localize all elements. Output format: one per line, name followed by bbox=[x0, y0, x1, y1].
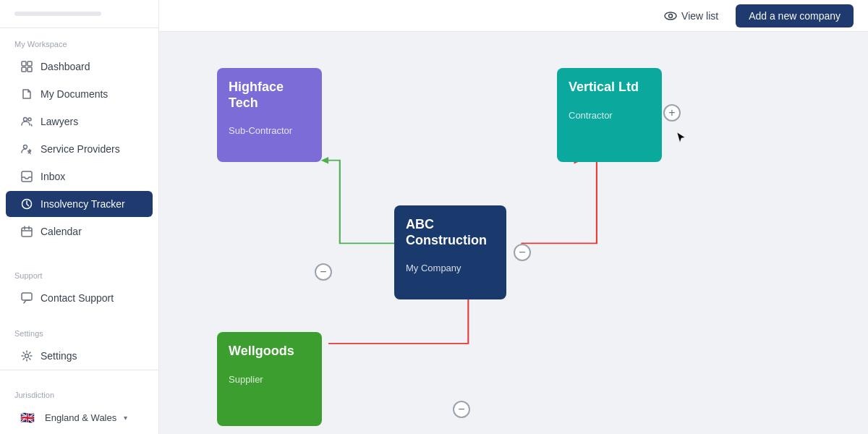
node-wellgoods[interactable]: Wellgoods Supplier bbox=[217, 332, 322, 426]
canvas-area[interactable]: Highface Tech Sub-Contractor ABC Constru… bbox=[159, 32, 868, 434]
settings-label: Settings bbox=[41, 350, 77, 362]
eye-icon bbox=[664, 9, 677, 22]
svg-rect-10 bbox=[22, 228, 32, 237]
insolvency-tracker-label: Insolvency Tracker bbox=[41, 198, 125, 210]
node-abc[interactable]: ABC Construction My Company bbox=[394, 205, 506, 299]
contact-support-label: Contact Support bbox=[41, 292, 114, 304]
collapse-vertical-button[interactable]: − bbox=[514, 244, 531, 261]
svg-rect-0 bbox=[22, 61, 26, 66]
node-highface[interactable]: Highface Tech Sub-Contractor bbox=[217, 68, 322, 162]
my-documents-label: My Documents bbox=[41, 88, 108, 100]
highface-title: Highface Tech bbox=[229, 80, 310, 111]
expand-vertical-button[interactable]: + bbox=[663, 104, 681, 122]
calendar-icon bbox=[20, 225, 33, 238]
sidebar-item-dashboard[interactable]: Dashboard bbox=[6, 54, 153, 80]
svg-rect-2 bbox=[22, 67, 26, 72]
sidebar-item-service-providers[interactable]: Service Providers bbox=[6, 136, 153, 162]
sidebar-bottom: Jurisdiction 🇬🇧 England & Wales ▾ Plan &… bbox=[0, 370, 158, 434]
wellgoods-subtitle: Supplier bbox=[229, 374, 310, 385]
collapse-highface-button[interactable]: − bbox=[315, 263, 332, 281]
grid-icon bbox=[20, 60, 33, 73]
sidebar-item-calendar[interactable]: Calendar bbox=[6, 218, 153, 244]
jurisdiction-section-label: Jurisdiction bbox=[0, 379, 158, 404]
vertical-title: Vertical Ltd bbox=[569, 80, 650, 95]
sidebar-item-lawyers[interactable]: Lawyers bbox=[6, 109, 153, 135]
flag-icon: 🇬🇧 bbox=[20, 411, 35, 425]
tracker-icon bbox=[20, 197, 33, 210]
svg-point-13 bbox=[665, 12, 676, 20]
inbox-icon bbox=[20, 170, 33, 183]
cog-users-icon bbox=[20, 142, 33, 156]
users-icon bbox=[20, 115, 33, 128]
settings-section-label: Settings bbox=[0, 318, 158, 342]
workspace-section-label: My Workspace bbox=[0, 28, 158, 53]
lawyers-label: Lawyers bbox=[41, 116, 78, 127]
wellgoods-title: Wellgoods bbox=[229, 344, 310, 359]
sidebar: My Workspace Dashboard My Documents bbox=[0, 0, 159, 434]
svg-rect-3 bbox=[27, 67, 32, 72]
cursor-pointer bbox=[676, 132, 685, 143]
view-list-button[interactable]: View list bbox=[655, 5, 727, 27]
sidebar-item-contact-support[interactable]: Contact Support bbox=[6, 285, 153, 311]
view-list-label: View list bbox=[681, 10, 718, 22]
logo-bar bbox=[14, 12, 101, 16]
svg-rect-8 bbox=[22, 171, 32, 182]
svg-point-14 bbox=[669, 14, 673, 17]
abc-title: ABC Construction bbox=[406, 217, 495, 248]
inbox-label: Inbox bbox=[41, 171, 65, 182]
jurisdiction-label: England & Wales bbox=[45, 412, 116, 423]
svg-point-4 bbox=[24, 118, 27, 122]
document-icon bbox=[20, 88, 33, 101]
support-section-label: Support bbox=[0, 260, 158, 284]
svg-rect-1 bbox=[27, 61, 32, 66]
sidebar-item-insolvency-tracker[interactable]: Insolvency Tracker bbox=[6, 191, 153, 217]
add-company-button[interactable]: Add a new company bbox=[736, 4, 854, 27]
svg-rect-11 bbox=[22, 293, 32, 300]
svg-point-6 bbox=[24, 145, 27, 149]
chat-icon bbox=[20, 292, 33, 305]
calendar-label: Calendar bbox=[41, 226, 82, 237]
svg-point-5 bbox=[28, 118, 31, 121]
canvas-inner: Highface Tech Sub-Contractor ABC Constru… bbox=[174, 46, 854, 420]
sidebar-logo bbox=[0, 0, 158, 28]
vertical-subtitle: Contractor bbox=[569, 110, 650, 121]
highface-subtitle: Sub-Contractor bbox=[229, 125, 310, 136]
sidebar-item-settings[interactable]: Settings bbox=[6, 343, 153, 369]
sidebar-item-my-documents[interactable]: My Documents bbox=[6, 81, 153, 107]
gear-icon bbox=[20, 349, 33, 362]
sidebar-item-jurisdiction[interactable]: 🇬🇧 England & Wales ▾ bbox=[6, 404, 153, 431]
chevron-down-icon: ▾ bbox=[124, 414, 127, 422]
sidebar-item-inbox[interactable]: Inbox bbox=[6, 163, 153, 190]
abc-subtitle: My Company bbox=[406, 263, 495, 273]
svg-marker-15 bbox=[321, 157, 328, 164]
node-vertical[interactable]: Vertical Ltd Contractor bbox=[557, 68, 662, 162]
svg-point-12 bbox=[25, 354, 29, 358]
top-bar: View list Add a new company bbox=[159, 0, 868, 32]
main-content: View list Add a new company Highface Te bbox=[159, 0, 868, 434]
add-company-label: Add a new company bbox=[749, 10, 841, 22]
collapse-wellgoods-button[interactable]: − bbox=[453, 401, 470, 418]
dashboard-label: Dashboard bbox=[41, 61, 90, 72]
service-providers-label: Service Providers bbox=[41, 143, 120, 155]
